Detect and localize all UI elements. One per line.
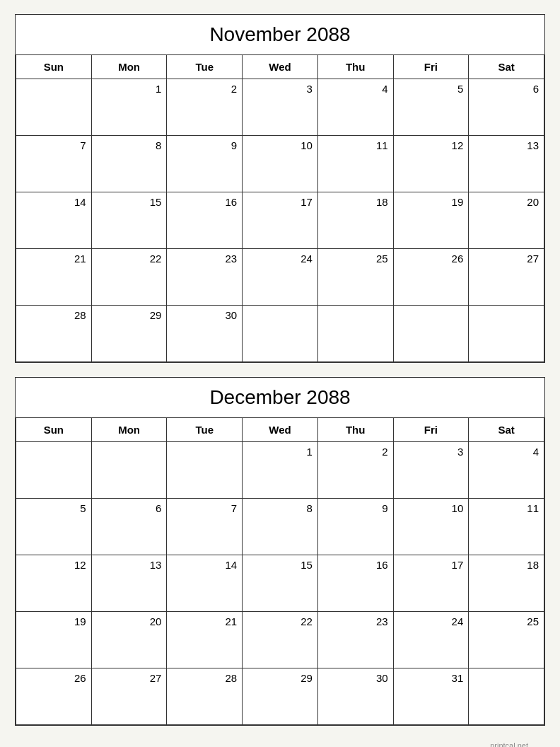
day-number: 17 [399,559,464,571]
day-number: 29 [247,672,313,684]
day-cell: 9 [318,499,394,555]
day-number: 27 [97,672,162,684]
day-number: 13 [474,139,539,151]
day-number: 19 [21,615,86,627]
day-cell: 21 [16,249,92,306]
day-number: 1 [247,446,313,458]
day-header: Mon [92,418,168,442]
day-number: 30 [323,672,388,684]
day-number: 11 [323,139,388,151]
day-cell [243,306,318,362]
day-number: 28 [21,309,86,321]
day-cell: 18 [469,555,544,612]
day-cell: 16 [167,192,243,249]
day-cell: 30 [167,306,243,362]
day-number: 6 [97,502,162,514]
day-header: Wed [243,418,318,442]
day-number: 11 [474,502,539,514]
day-cell: 2 [167,79,243,136]
day-cell: 27 [469,249,544,306]
day-number: 27 [474,253,539,265]
day-number: 14 [172,559,237,571]
day-cell: 7 [167,499,243,555]
day-cell: 19 [16,612,92,668]
day-cell: 28 [167,668,243,725]
day-number: 22 [97,253,162,265]
november-title: November 2088 [16,15,544,55]
day-cell: 25 [318,249,394,306]
november-calendar: November 2088 SunMonTueWedThuFriSat12345… [15,14,545,363]
day-number: 9 [323,502,388,514]
day-cell: 24 [243,249,318,306]
day-number: 10 [399,502,464,514]
day-cell: 29 [92,306,168,362]
day-cell: 5 [16,499,92,555]
day-cell: 14 [167,555,243,612]
day-cell [469,668,544,725]
day-cell: 6 [92,499,168,555]
day-cell: 8 [243,499,318,555]
day-cell: 20 [92,612,168,668]
day-cell: 31 [394,668,469,725]
day-header: Wed [243,55,318,79]
day-number: 5 [399,83,464,95]
day-number: 3 [247,83,313,95]
day-number: 29 [97,309,162,321]
day-cell [394,306,469,362]
day-number: 8 [247,502,313,514]
day-cell: 11 [469,499,544,555]
day-cell: 15 [92,192,168,249]
day-number: 26 [21,672,86,684]
day-number: 8 [97,139,162,151]
day-cell: 24 [394,612,469,668]
day-number: 19 [399,196,464,208]
day-cell: 30 [318,668,394,725]
day-cell [469,306,544,362]
day-header: Fri [394,55,469,79]
day-cell: 26 [16,668,92,725]
day-number: 12 [399,139,464,151]
day-header: Tue [167,418,243,442]
day-cell: 8 [92,136,168,192]
day-cell: 21 [167,612,243,668]
day-cell: 17 [394,555,469,612]
day-number: 3 [399,446,464,458]
day-cell [16,79,92,136]
day-header: Thu [318,55,394,79]
day-cell: 18 [318,192,394,249]
december-grid: SunMonTueWedThuFriSat1234567891011121314… [16,418,544,725]
day-number: 26 [399,253,464,265]
day-number: 7 [172,502,237,514]
day-number: 6 [474,83,539,95]
day-number: 25 [323,253,388,265]
day-cell: 10 [243,136,318,192]
day-cell: 3 [394,442,469,499]
day-number: 4 [474,446,539,458]
day-cell: 22 [92,249,168,306]
day-number: 23 [323,615,388,627]
day-number: 21 [172,615,237,627]
day-cell: 23 [318,612,394,668]
day-number: 5 [21,502,86,514]
day-cell: 1 [92,79,168,136]
day-number: 2 [172,83,237,95]
day-number: 9 [172,139,237,151]
day-number: 16 [172,196,237,208]
day-number: 20 [97,615,162,627]
day-number: 7 [21,139,86,151]
day-cell: 3 [243,79,318,136]
day-cell: 6 [469,79,544,136]
day-cell: 26 [394,249,469,306]
day-cell [92,442,168,499]
day-number: 25 [474,615,539,627]
day-header: Sat [469,418,544,442]
day-header: Fri [394,418,469,442]
day-cell: 4 [469,442,544,499]
day-cell: 28 [16,306,92,362]
day-number: 1 [97,83,162,95]
day-cell: 10 [394,499,469,555]
day-number: 24 [247,253,313,265]
day-cell: 27 [92,668,168,725]
day-cell: 11 [318,136,394,192]
day-cell: 19 [394,192,469,249]
